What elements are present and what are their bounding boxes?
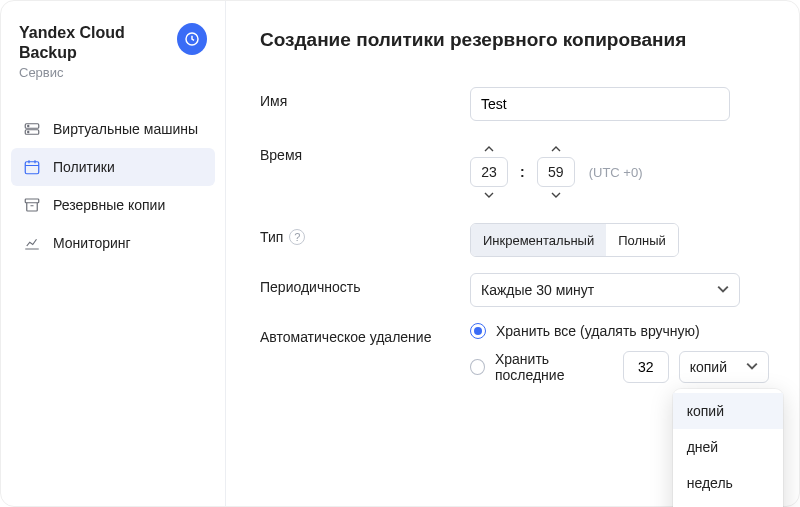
timezone-label: (UTC +0): [589, 165, 643, 180]
svg-point-3: [28, 125, 29, 126]
type-option-incremental[interactable]: Инкрементальный: [471, 224, 606, 256]
hours-down-button[interactable]: [473, 187, 505, 203]
name-input[interactable]: [470, 87, 730, 121]
svg-rect-5: [25, 162, 39, 174]
dropdown-item[interactable]: недель: [673, 465, 783, 501]
sidebar-item-label: Мониторинг: [53, 235, 131, 251]
page-title: Создание политики резервного копирования: [260, 29, 769, 51]
service-name: Yandex Cloud Backup: [19, 23, 177, 63]
field-type: Тип ? Инкрементальный Полный: [260, 223, 769, 257]
retention-last-label: Хранить последние: [495, 351, 613, 383]
help-icon[interactable]: ?: [289, 229, 305, 245]
calendar-icon: [23, 158, 41, 176]
hours-up-button[interactable]: [473, 141, 505, 157]
dropdown-item[interactable]: дней: [673, 429, 783, 465]
chevron-down-icon: [746, 359, 758, 375]
field-retention: Автоматическое удаление Хранить все (уда…: [260, 323, 769, 395]
archive-icon: [23, 196, 41, 214]
retention-count-input[interactable]: [623, 351, 669, 383]
time-separator: :: [518, 164, 527, 180]
sidebar-item-label: Резервные копии: [53, 197, 165, 213]
service-heading: Yandex Cloud Backup Сервис: [19, 23, 177, 80]
periodicity-value: Каждые 30 минут: [481, 282, 594, 298]
service-subtitle: Сервис: [19, 65, 177, 80]
retention-all-label: Хранить все (удалять вручную): [496, 323, 700, 339]
minutes-up-button[interactable]: [540, 141, 572, 157]
dropdown-item[interactable]: месяцев: [673, 501, 783, 507]
label-time: Время: [260, 141, 470, 163]
radio-icon: [470, 323, 486, 339]
label-periodicity: Периодичность: [260, 273, 470, 295]
sidebar-item-monitoring[interactable]: Мониторинг: [11, 224, 215, 262]
retention-unit-select[interactable]: копий: [679, 351, 769, 383]
sidebar-item-label: Виртуальные машины: [53, 121, 198, 137]
field-time: Время 23 : 59 (UTC +0): [260, 141, 769, 203]
sidebar-item-vms[interactable]: Виртуальные машины: [11, 110, 215, 148]
chart-line-icon: [23, 234, 41, 252]
type-segmented: Инкрементальный Полный: [470, 223, 679, 257]
sidebar-item-policies[interactable]: Политики: [11, 148, 215, 186]
label-type: Тип ?: [260, 223, 470, 245]
svg-point-4: [28, 131, 29, 132]
sidebar-item-label: Политики: [53, 159, 115, 175]
service-logo-icon: [177, 23, 207, 55]
field-periodicity: Периодичность Каждые 30 минут: [260, 273, 769, 307]
minutes-value[interactable]: 59: [537, 157, 575, 187]
minutes-stepper: 59: [537, 141, 575, 203]
hours-value[interactable]: 23: [470, 157, 508, 187]
dropdown-item[interactable]: копий: [673, 393, 783, 429]
chevron-down-icon: [717, 282, 729, 298]
server-icon: [23, 120, 41, 138]
sidebar-header: Yandex Cloud Backup Сервис: [11, 23, 215, 96]
retention-unit-dropdown: копий дней недель месяцев: [673, 389, 783, 507]
label-name: Имя: [260, 87, 470, 109]
retention-option-last[interactable]: Хранить последние копий: [470, 351, 769, 383]
radio-icon: [470, 359, 485, 375]
periodicity-select[interactable]: Каждые 30 минут: [470, 273, 740, 307]
field-name: Имя: [260, 87, 769, 121]
retention-option-all[interactable]: Хранить все (удалять вручную): [470, 323, 769, 339]
sidebar-item-backups[interactable]: Резервные копии: [11, 186, 215, 224]
type-option-full[interactable]: Полный: [606, 224, 678, 256]
app-window: Yandex Cloud Backup Сервис Виртуальные м…: [0, 0, 800, 507]
time-picker: 23 : 59 (UTC +0): [470, 141, 642, 203]
minutes-down-button[interactable]: [540, 187, 572, 203]
sidebar-nav: Виртуальные машины Политики Резервные ко…: [11, 110, 215, 262]
svg-rect-6: [25, 199, 39, 203]
label-retention: Автоматическое удаление: [260, 323, 470, 345]
main-content: Создание политики резервного копирования…: [226, 1, 799, 506]
hours-stepper: 23: [470, 141, 508, 203]
sidebar: Yandex Cloud Backup Сервис Виртуальные м…: [1, 1, 226, 506]
retention-unit-value: копий: [690, 359, 727, 375]
